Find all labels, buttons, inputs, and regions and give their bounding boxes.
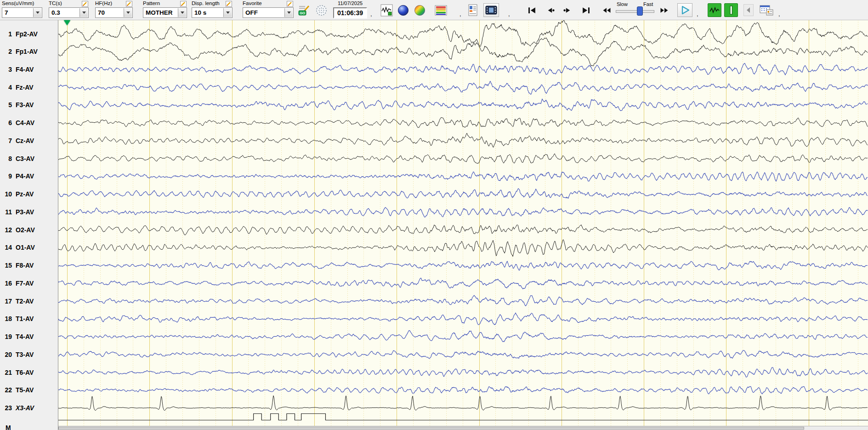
channel-label: Fz-AV bbox=[16, 84, 34, 91]
step-back-button[interactable] bbox=[544, 3, 557, 17]
montage-settings-button[interactable] bbox=[758, 3, 775, 17]
time-text: 01:06:39 bbox=[333, 7, 367, 18]
head-model-button[interactable] bbox=[396, 3, 410, 17]
chevron-down-icon[interactable] bbox=[79, 8, 88, 17]
channel-number: 18 bbox=[0, 315, 12, 323]
high-filter-combobox[interactable]: 70 bbox=[95, 7, 133, 18]
pattern-combobox[interactable]: MOTHER bbox=[143, 7, 187, 18]
more-options-indicator[interactable]: , bbox=[460, 11, 461, 17]
channel-label: T2-AV bbox=[16, 298, 34, 305]
topography-button[interactable] bbox=[413, 3, 426, 17]
more-options-indicator[interactable]: , bbox=[370, 11, 372, 17]
display-length-field: Disp. length 10 s bbox=[192, 0, 233, 19]
channel-row[interactable]: 21T6-AV bbox=[0, 368, 58, 377]
channel-number: 9 bbox=[0, 172, 12, 180]
time-constant-combobox[interactable]: 0.3 bbox=[49, 7, 89, 18]
channel-label: P3-AV bbox=[16, 208, 34, 216]
display-length-combobox[interactable]: 10 s bbox=[192, 7, 233, 18]
chevron-down-icon[interactable] bbox=[178, 8, 186, 17]
channel-row[interactable]: 6C4-AV bbox=[0, 119, 58, 127]
page-start-marker[interactable] bbox=[64, 20, 70, 25]
waveform-icon bbox=[380, 4, 393, 17]
spectral-array-button[interactable] bbox=[434, 3, 448, 17]
more-options-indicator[interactable]: , bbox=[778, 11, 780, 17]
horizontal-scrollbar[interactable] bbox=[58, 426, 868, 430]
channel-number: 8 bbox=[0, 155, 12, 163]
montage-grid-icon bbox=[760, 5, 774, 16]
sensitivity-combobox[interactable]: 7 bbox=[2, 7, 42, 18]
channel-label: T3-AV bbox=[16, 351, 34, 358]
channel-label: F3-AV bbox=[16, 101, 34, 109]
wave-review-button[interactable] bbox=[380, 3, 393, 17]
history-back-button[interactable] bbox=[743, 4, 754, 16]
channel-label: Fp2-AV bbox=[16, 30, 38, 38]
eeg-trace-area[interactable] bbox=[58, 20, 868, 430]
play-button[interactable] bbox=[677, 3, 692, 17]
edit-pencil-icon[interactable] bbox=[226, 0, 232, 6]
channel-label: F7-AV bbox=[16, 280, 34, 287]
channel-row[interactable]: 4Fz-AV bbox=[0, 83, 58, 92]
speed-slider-thumb[interactable] bbox=[637, 6, 643, 16]
spectral-array-icon bbox=[435, 5, 447, 16]
channel-row[interactable]: 10Pz-AV bbox=[0, 190, 58, 198]
event-edit-button[interactable]: GO bbox=[297, 3, 311, 17]
channel-number: 3 bbox=[0, 65, 12, 74]
channel-number: 5 bbox=[0, 101, 12, 109]
edit-pencil-icon[interactable] bbox=[180, 0, 187, 6]
channel-row[interactable]: 22T5-AV bbox=[0, 386, 58, 394]
channel-row[interactable]: 11P3-AV bbox=[0, 208, 58, 216]
channel-row[interactable]: 23X3-AV bbox=[0, 404, 58, 412]
live-wave-button[interactable] bbox=[708, 3, 721, 17]
channel-row[interactable]: 19T4-AV bbox=[0, 333, 58, 341]
channel-label: Pz-AV bbox=[16, 190, 34, 198]
channel-row[interactable]: 18T1-AV bbox=[0, 315, 58, 323]
time-constant-value: 0.3 bbox=[51, 9, 60, 16]
speed-slider-track[interactable] bbox=[616, 10, 654, 13]
channel-row[interactable]: 12O2-AV bbox=[0, 226, 58, 234]
sensitivity-value: 7 bbox=[5, 9, 8, 16]
rewind-button[interactable] bbox=[600, 3, 613, 17]
go-badge-text: GO bbox=[300, 11, 305, 15]
more-options-indicator[interactable]: , bbox=[508, 11, 510, 17]
report-button[interactable] bbox=[466, 3, 480, 17]
chevron-down-icon[interactable] bbox=[124, 8, 132, 17]
electrode-map-button[interactable] bbox=[314, 3, 328, 17]
channel-number: 10 bbox=[0, 190, 12, 198]
green-wave-icon bbox=[709, 6, 720, 15]
channel-row[interactable]: 14O1-AV bbox=[0, 243, 58, 252]
step-forward-button[interactable] bbox=[561, 3, 574, 17]
channel-row[interactable]: 17T2-AV bbox=[0, 297, 58, 305]
scrollbar-thumb[interactable] bbox=[58, 427, 804, 430]
channel-label: T4-AV bbox=[16, 333, 34, 340]
edit-pencil-icon[interactable] bbox=[82, 0, 88, 6]
channel-row[interactable]: 3F4-AV bbox=[0, 65, 58, 74]
chevron-down-icon[interactable] bbox=[223, 8, 232, 17]
go-last-button[interactable] bbox=[579, 3, 593, 17]
channel-row[interactable]: 2Fp1-AV bbox=[0, 47, 58, 56]
play-icon bbox=[679, 5, 691, 16]
channel-row[interactable]: 5F3-AV bbox=[0, 101, 58, 109]
slider-fast-label: Fast bbox=[643, 1, 653, 7]
more-options-indicator[interactable]: , bbox=[697, 11, 698, 17]
step-back-icon bbox=[545, 6, 556, 14]
favorite-combobox[interactable]: OFF bbox=[243, 7, 294, 18]
channel-row[interactable]: 8C3-AV bbox=[0, 155, 58, 163]
go-first-button[interactable] bbox=[525, 3, 539, 17]
channel-row[interactable]: 20T3-AV bbox=[0, 350, 58, 359]
report-icon bbox=[467, 4, 478, 16]
channel-number: 11 bbox=[0, 208, 12, 216]
channel-row[interactable]: 9P4-AV bbox=[0, 172, 58, 180]
video-button[interactable] bbox=[483, 3, 499, 17]
slider-slow-label: Slow bbox=[617, 1, 628, 7]
chevron-down-icon[interactable] bbox=[33, 8, 41, 17]
edit-pencil-icon[interactable] bbox=[287, 0, 293, 6]
live-marker-button[interactable] bbox=[724, 3, 738, 17]
channel-row[interactable]: 7Cz-AV bbox=[0, 137, 58, 145]
channel-row[interactable]: 1Fp2-AV bbox=[0, 30, 58, 38]
channel-row[interactable]: 16F7-AV bbox=[0, 279, 58, 287]
edit-pencil-icon[interactable] bbox=[126, 0, 132, 6]
skip-to-end-icon bbox=[581, 6, 591, 14]
channel-row[interactable]: 15F8-AV bbox=[0, 261, 58, 269]
fast-forward-button[interactable] bbox=[658, 3, 671, 17]
chevron-down-icon[interactable] bbox=[284, 8, 293, 17]
